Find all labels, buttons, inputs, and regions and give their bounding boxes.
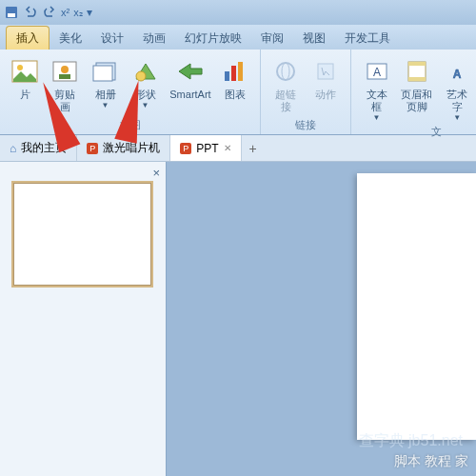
svg-rect-10 (225, 71, 229, 81)
smartart-label: SmartArt (169, 89, 210, 101)
svg-text:A: A (373, 66, 381, 79)
doctab-file2[interactable]: P PPT ✕ (170, 135, 241, 161)
chart-button[interactable]: 图表 (216, 53, 254, 118)
action-label: 动作 (315, 89, 336, 101)
link-icon (270, 56, 301, 87)
slide-thumbnail-1[interactable] (13, 183, 151, 286)
home-icon: ⌂ (10, 142, 16, 155)
ppt-icon: P (87, 143, 98, 154)
tab-slideshow[interactable]: 幻灯片放映 (175, 27, 251, 50)
watermark-top: 查字典 jb51.net (359, 431, 463, 451)
tab-animation[interactable]: 动画 (133, 27, 175, 50)
qat-dropdown-icon[interactable]: ▾ (87, 6, 92, 19)
textbox-icon: A (362, 56, 392, 87)
save-icon[interactable] (4, 5, 19, 20)
doctab-label: PPT (196, 142, 218, 155)
hyperlink-button[interactable]: 超链接 (267, 53, 305, 118)
album-icon (90, 56, 121, 87)
tab-devtools[interactable]: 开发工具 (335, 27, 400, 50)
svg-point-5 (61, 66, 69, 73)
tab-insert[interactable]: 插入 (6, 26, 50, 50)
svg-rect-8 (93, 66, 112, 81)
group-name-text: 文 (431, 125, 442, 139)
svg-text:A: A (453, 68, 462, 81)
ribbon-tab-strip: 插入 美化 设计 动画 幻灯片放映 审阅 视图 开发工具 (0, 25, 476, 50)
album-button[interactable]: 相册▼ (87, 53, 125, 118)
undo-icon[interactable] (23, 5, 38, 20)
svg-rect-19 (408, 62, 426, 66)
svg-rect-1 (8, 13, 15, 17)
textbox-button[interactable]: A文本框▼ (357, 53, 395, 125)
chart-icon (220, 56, 250, 87)
action-button[interactable]: 动作 (307, 53, 345, 118)
tab-review[interactable]: 审阅 (251, 27, 293, 50)
add-tab-button[interactable]: + (242, 141, 265, 156)
action-icon (310, 56, 341, 87)
svg-rect-20 (408, 77, 426, 81)
headerfooter-label: 页眉和 页脚 (401, 89, 432, 113)
svg-point-3 (17, 65, 23, 70)
ppt-icon: P (180, 143, 191, 154)
chevron-down-icon: ▼ (373, 113, 381, 122)
textbox-label: 文本框 (361, 89, 391, 113)
svg-rect-12 (238, 62, 243, 81)
svg-point-13 (277, 63, 294, 80)
close-icon[interactable]: ✕ (224, 143, 231, 153)
slide[interactable] (357, 173, 476, 440)
tab-view[interactable]: 视图 (293, 27, 335, 50)
redo-icon[interactable] (42, 5, 57, 20)
svg-rect-6 (59, 74, 70, 79)
watermark-bottom: 脚本 教程 家 (394, 453, 468, 470)
chart-label: 图表 (225, 89, 246, 101)
chevron-down-icon: ▼ (102, 101, 109, 109)
qat-subscript-icon[interactable]: x₂ (73, 7, 83, 19)
thumbnail-panel: × (0, 162, 167, 476)
hyperlink-label: 超链接 (270, 89, 301, 113)
smartart-button[interactable]: SmartArt (167, 53, 215, 118)
picture-label: 片 (20, 89, 30, 101)
wordart-label: 艺术字 (442, 89, 472, 113)
close-panel-icon[interactable]: × (152, 166, 160, 180)
album-label: 相册 (95, 89, 116, 101)
quick-access-toolbar: x² x₂ ▾ (0, 0, 476, 25)
work-area: × (0, 162, 476, 476)
svg-point-14 (282, 63, 289, 80)
group-name-links: 链接 (295, 118, 316, 132)
wordart-button[interactable]: A艺术字▼ (438, 53, 476, 125)
chevron-down-icon: ▼ (453, 113, 461, 122)
smartart-icon (175, 56, 206, 87)
qat-superscript-icon[interactable]: x² (61, 7, 69, 18)
group-text: A文本框▼ 页眉和 页脚 A艺术字▼ 日期 时间 文 (351, 50, 476, 134)
wordart-icon: A (442, 56, 472, 87)
group-links: 超链接 动作 链接 (261, 50, 351, 134)
headerfooter-icon (402, 56, 432, 87)
slide-canvas[interactable] (167, 162, 476, 476)
tab-beautify[interactable]: 美化 (50, 27, 91, 50)
svg-rect-11 (231, 66, 236, 81)
tab-design[interactable]: 设计 (91, 27, 133, 50)
headerfooter-button[interactable]: 页眉和 页脚 (398, 53, 436, 125)
